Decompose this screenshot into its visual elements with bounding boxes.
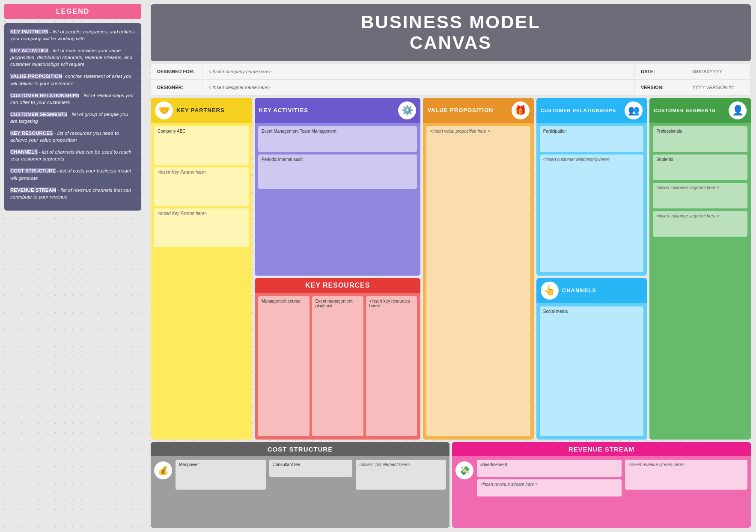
kr-note-1[interactable]: Event management playbook	[312, 296, 363, 436]
customer-segments-section: CUSTOMER SEGMENTS 👤 Professionals Studen…	[649, 98, 751, 440]
legend-item-customer-rel: CUSTOMER RELATIONSHIPS - list of relatio…	[10, 92, 135, 106]
legend-item-customer-seg: CUSTOMER SEGMENTS - list of group of peo…	[10, 111, 135, 125]
vp-note-0[interactable]: <insert value proposition here >	[426, 126, 530, 436]
cost-icon: 💰	[154, 461, 172, 479]
legend-item-cost-structure: COST STRUCTURE - list of costs your busi…	[10, 167, 135, 181]
key-partners-icon: 🤝	[155, 101, 173, 119]
designer-label: DESIGNER:	[151, 82, 202, 92]
legend-item-key-partners: KEY PARTNERS - list of people, companies…	[10, 28, 135, 42]
customer-relationships-title: CUSTOMER RELATIONSHIPS	[541, 108, 616, 113]
cost-note-2[interactable]: <insert cost element here>	[356, 460, 446, 490]
key-activities-body: Event Management Team Management Periodi…	[255, 123, 421, 276]
legend-customer-rel-key: CUSTOMER RELATIONSHIPS	[10, 93, 79, 98]
key-activities-title: KEY ACTIVITIES	[259, 107, 308, 113]
designed-for-label: DESIGNED FOR:	[151, 66, 202, 77]
kp-note-1[interactable]: <insert Key Partner here>	[154, 167, 249, 206]
channels-icon: 👆	[541, 282, 559, 300]
revenue-stream-title: REVENUE STREAM	[568, 446, 634, 453]
cr-note-0[interactable]: Participation	[540, 126, 643, 152]
cost-note-0[interactable]: Manpower	[176, 460, 266, 490]
cs-note-0[interactable]: Professionals	[653, 126, 747, 152]
key-activities-section: KEY ACTIVITIES ⚙️ Event Management Team …	[255, 98, 421, 276]
legend-item-channels: CHANNELS - list of channels that can be …	[10, 149, 135, 162]
key-resources-title: KEY RESOURCES	[305, 282, 370, 289]
customer-relationships-body: Participation <insert customer relations…	[536, 123, 647, 276]
revenue-stream-body: 💸 advertisement <insert revenue stream h…	[452, 456, 751, 528]
channels-title: CHANNELS	[562, 287, 596, 294]
kp-note-2[interactable]: <Insert Key Partner here>	[154, 208, 249, 247]
revenue-note-0[interactable]: advertisement	[477, 460, 622, 477]
meta-row-designer: DESIGNER: < Insert designer name here> V…	[151, 80, 750, 95]
legend-customer-seg-key: CUSTOMER SEGMENTS	[10, 112, 67, 117]
legend-item-value-prop: VALUE PROPOSITION- concise statement of …	[10, 73, 135, 86]
customer-segments-title: CUSTOMER SEGMENTS	[654, 108, 716, 113]
canvas-title: BUSINESS MODEL CANVAS	[155, 12, 747, 53]
middle-column: KEY ACTIVITIES ⚙️ Event Management Team …	[255, 98, 421, 440]
legend-value-prop-key: VALUE PROPOSITION	[10, 74, 62, 79]
date-label: DATE:	[635, 66, 686, 77]
version-value[interactable]: YYYY VERSION ##	[686, 82, 750, 92]
customer-segments-column: CUSTOMER SEGMENTS 👤 Professionals Studen…	[649, 98, 751, 440]
meta-box: DESIGNED FOR: < Insert company name here…	[151, 64, 751, 95]
legend-channels-key: CHANNELS	[10, 149, 38, 155]
cost-structure-title: COST STRUCTURE	[268, 446, 333, 453]
meta-row-designed-for: DESIGNED FOR: < Insert company name here…	[151, 64, 750, 80]
ka-note-1[interactable]: Periodic internal audit	[258, 155, 417, 189]
key-resources-section: KEY RESOURCES Management course Event ma…	[255, 278, 421, 440]
cr-note-1[interactable]: <insert customer relationship here>	[540, 155, 643, 272]
kp-note-0[interactable]: Company ABC	[154, 126, 249, 165]
ch-note-0[interactable]: Social media	[540, 306, 643, 436]
key-partners-title: KEY PARTNERS	[176, 107, 225, 113]
legend-item-key-activities: KEY ACTIVITIES - list of main activities…	[10, 47, 135, 68]
customer-segments-header: CUSTOMER SEGMENTS 👤	[649, 98, 751, 123]
kr-note-0[interactable]: Management course	[258, 296, 310, 436]
value-proposition-title: VALUE PROPOSITION	[427, 107, 493, 113]
date-value[interactable]: MM/DD/YYYY	[686, 66, 750, 77]
meta-right-date: DATE: MM/DD/YYYY	[634, 66, 750, 77]
designed-for-value[interactable]: < Insert company name here>	[202, 66, 634, 77]
value-proposition-body: <insert value proposition here >	[423, 123, 533, 440]
cost-note-1[interactable]: Consultant fee	[269, 460, 353, 477]
cs-note-3[interactable]: <insert customer segment here >	[653, 211, 747, 237]
legend-title: LEGEND	[4, 4, 141, 19]
canvas-title-box: BUSINESS MODEL CANVAS	[151, 4, 751, 61]
channels-section: 👆 CHANNELS Social media	[536, 278, 647, 440]
designer-value[interactable]: < Insert designer name here>	[202, 82, 634, 92]
key-activities-header: KEY ACTIVITIES ⚙️	[255, 98, 421, 123]
legend-cost-structure-key: COST STRUCTURE	[10, 168, 56, 173]
legend-item-revenue-stream: REVENUE STREAM - list of revenue channel…	[10, 187, 135, 200]
legend-box: KEY PARTNERS - list of people, companies…	[4, 23, 141, 211]
bottom-row: COST STRUCTURE 💰 Manpower Consultant fee…	[151, 442, 751, 528]
key-resources-body: Management course Event management playb…	[255, 293, 421, 440]
key-partners-column: 🤝 KEY PARTNERS Company ABC <insert Key P…	[151, 98, 252, 440]
cost-structure-body: 💰 Manpower Consultant fee <insert cost e…	[151, 456, 449, 528]
kr-note-2[interactable]: <insert key resources here>	[366, 296, 417, 436]
meta-right-version: VERSION: YYYY VERSION ##	[634, 82, 750, 92]
cost-note-group: Consultant fee	[269, 460, 353, 477]
cs-note-1[interactable]: Students	[653, 155, 747, 180]
value-proposition-header: VALUE PROPOSITION 🎁	[423, 98, 533, 123]
key-resources-header: KEY RESOURCES	[255, 278, 421, 293]
ka-note-0[interactable]: Event Management Team Management	[258, 126, 417, 152]
customer-relationships-icon: 👥	[625, 101, 643, 119]
legend-item-key-resources: KEY RESOURCES - list of resources you ne…	[10, 130, 135, 143]
legend-key-activities-key: KEY ACTIVITIES	[10, 48, 48, 53]
value-proposition-icon: 🎁	[512, 101, 530, 119]
customer-relationships-header: CUSTOMER RELATIONSHIPS 👥	[536, 98, 647, 123]
version-label: VERSION:	[635, 82, 686, 92]
key-partners-section: 🤝 KEY PARTNERS Company ABC <insert Key P…	[151, 98, 252, 440]
revenue-note-1[interactable]: <insert revenue stream here >	[477, 479, 622, 496]
key-partners-header: 🤝 KEY PARTNERS	[151, 98, 252, 123]
cs-note-2[interactable]: <insert customer segment here >	[653, 183, 747, 208]
legend-revenue-stream-key: REVENUE STREAM	[10, 187, 56, 193]
value-proposition-section: VALUE PROPOSITION 🎁 <insert value propos…	[423, 98, 533, 440]
revenue-icon: 💸	[455, 461, 473, 479]
revenue-note-2[interactable]: <insert revenue stream here>	[625, 460, 747, 490]
customer-relationships-section: CUSTOMER RELATIONSHIPS 👥 Participation <…	[536, 98, 647, 276]
legend-panel: LEGEND KEY PARTNERS - list of people, co…	[0, 0, 146, 532]
value-proposition-column: VALUE PROPOSITION 🎁 <insert value propos…	[423, 98, 533, 440]
legend-key-partners-key: KEY PARTNERS	[10, 29, 48, 34]
revenue-stream-header: REVENUE STREAM	[452, 442, 751, 456]
legend-key-resources-key: KEY RESOURCES	[10, 131, 53, 136]
channels-body: Social media	[536, 303, 647, 440]
